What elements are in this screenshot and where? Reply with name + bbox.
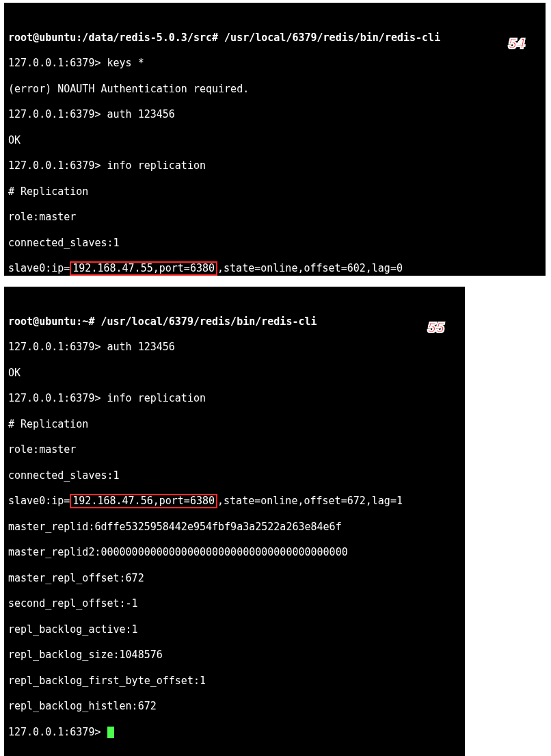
- ok-line: OK: [8, 367, 461, 380]
- slave-ip-port-highlight: 192.168.47.55,port=6380: [70, 261, 217, 276]
- backlog-size-line: repl_backlog_size:1048576: [8, 649, 461, 662]
- section-header: # Replication: [8, 418, 461, 431]
- slave-suffix: ,state=online,offset=602,lag=0: [217, 262, 403, 274]
- section-header: # Replication: [8, 185, 541, 198]
- shell-prompt: root@ubuntu:/data/redis-5.0.3/src# /usr/…: [8, 31, 440, 44]
- redis-prompt: 127.0.0.1:6379>: [8, 159, 107, 172]
- second-offset-line: second_repl_offset:-1: [8, 597, 461, 610]
- cursor-icon: [107, 727, 114, 738]
- role-line: role:master: [8, 211, 541, 224]
- redis-prompt: 127.0.0.1:6379>: [8, 341, 107, 353]
- cmd-auth: auth 123456: [107, 341, 175, 353]
- error-noauth: (error) NOAUTH Authentication required.: [8, 83, 541, 96]
- replid-line: master_replid:6dffe5325958442e954fbf9a3a…: [8, 521, 461, 534]
- redis-prompt: 127.0.0.1:6379>: [8, 392, 107, 404]
- ok-line: OK: [8, 134, 541, 147]
- page: 54 root@ubuntu:/data/redis-5.0.3/src# /u…: [0, 0, 551, 756]
- backlog-histlen-line: repl_backlog_histlen:672: [8, 700, 461, 713]
- backlog-active-line: repl_backlog_active:1: [8, 623, 461, 636]
- cmd-info: info replication: [107, 392, 206, 404]
- badge-55: 55: [428, 318, 444, 337]
- terminal-55: 55 root@ubuntu:~# /usr/local/6379/redis/…: [4, 287, 465, 756]
- cmd-info: info replication: [107, 159, 206, 172]
- shell-prompt: root@ubuntu:~# /usr/local/6379/redis/bin…: [8, 315, 317, 328]
- backlog-first-line: repl_backlog_first_byte_offset:1: [8, 675, 461, 688]
- redis-prompt[interactable]: 127.0.0.1:6379>: [8, 726, 107, 738]
- role-line: role:master: [8, 443, 461, 456]
- replid2-line: master_replid2:0000000000000000000000000…: [8, 546, 461, 559]
- slave-suffix: ,state=online,offset=672,lag=1: [217, 495, 403, 507]
- repl-offset-line: master_repl_offset:672: [8, 572, 461, 585]
- connected-slaves-line: connected_slaves:1: [8, 237, 541, 250]
- redis-prompt: 127.0.0.1:6379>: [8, 57, 107, 69]
- badge-54: 54: [509, 34, 525, 53]
- connected-slaves-line: connected_slaves:1: [8, 469, 461, 482]
- cmd-keys: keys *: [107, 57, 144, 69]
- cmd-auth: auth 123456: [107, 108, 175, 120]
- redis-prompt: 127.0.0.1:6379>: [8, 108, 107, 120]
- slave-prefix: slave0:ip=: [8, 495, 70, 507]
- slave-prefix: slave0:ip=: [8, 262, 70, 274]
- slave-ip-port-highlight: 192.168.47.56,port=6380: [70, 494, 217, 508]
- terminal-54: 54 root@ubuntu:/data/redis-5.0.3/src# /u…: [4, 3, 546, 276]
